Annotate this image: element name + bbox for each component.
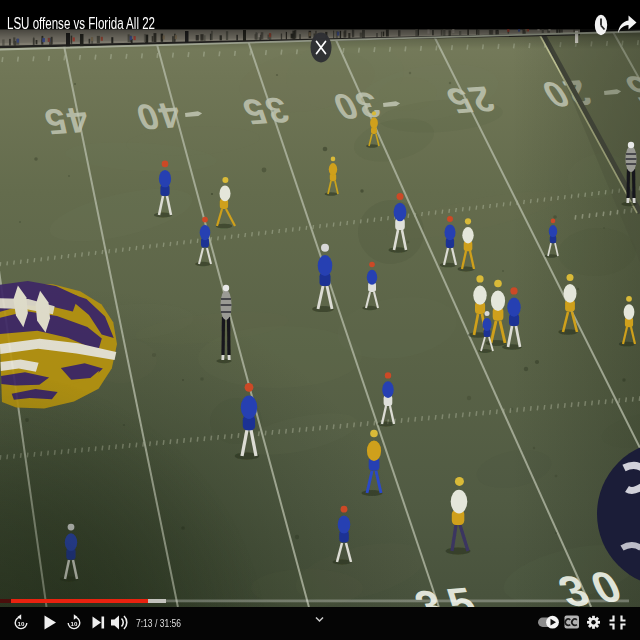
svg-text:LSU offense vs Florida All 22: LSU offense vs Florida All 22 [7,15,155,32]
svg-text:10: 10 [71,620,78,627]
svg-text:10: 10 [18,620,25,627]
svg-text:7:13 / 31:56: 7:13 / 31:56 [136,617,181,629]
